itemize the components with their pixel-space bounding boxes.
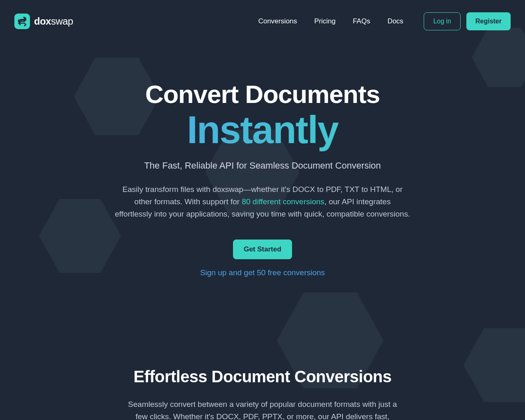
hero-section: Convert Documents Instantly The Fast, Re… xyxy=(66,43,459,277)
swap-icon xyxy=(14,14,30,29)
features-section: Effortless Document Conversions Seamless… xyxy=(115,277,410,420)
hero-subtitle: The Fast, Reliable API for Seamless Docu… xyxy=(74,160,451,171)
main-nav: Conversions Pricing FAQs Docs Log in Reg… xyxy=(258,12,511,30)
hero-description: Easily transform files with doxswap—whet… xyxy=(115,183,410,221)
header: doxswap Conversions Pricing FAQs Docs Lo… xyxy=(0,0,525,43)
logo[interactable]: doxswap xyxy=(14,14,73,29)
get-started-button[interactable]: Get Started xyxy=(233,240,292,259)
nav-conversions[interactable]: Conversions xyxy=(258,17,297,25)
decoration-hexagon xyxy=(463,324,525,406)
nav-faqs[interactable]: FAQs xyxy=(353,17,370,25)
hero-title: Convert Documents Instantly xyxy=(74,80,451,151)
nav-pricing[interactable]: Pricing xyxy=(314,17,336,25)
logo-text: doxswap xyxy=(34,16,73,27)
hero-title-highlight: Instantly xyxy=(74,109,451,151)
nav-buttons: Log in Register xyxy=(424,12,511,30)
section-description: Seamlessly convert between a variety of … xyxy=(123,398,402,420)
conversions-count-link[interactable]: 80 different conversions xyxy=(242,197,324,206)
register-button[interactable]: Register xyxy=(466,12,511,30)
nav-docs[interactable]: Docs xyxy=(388,17,404,25)
login-button[interactable]: Log in xyxy=(424,12,461,30)
hero-note: Sign up and get 50 free conversions xyxy=(74,268,451,277)
section-title: Effortless Document Conversions xyxy=(123,368,402,386)
